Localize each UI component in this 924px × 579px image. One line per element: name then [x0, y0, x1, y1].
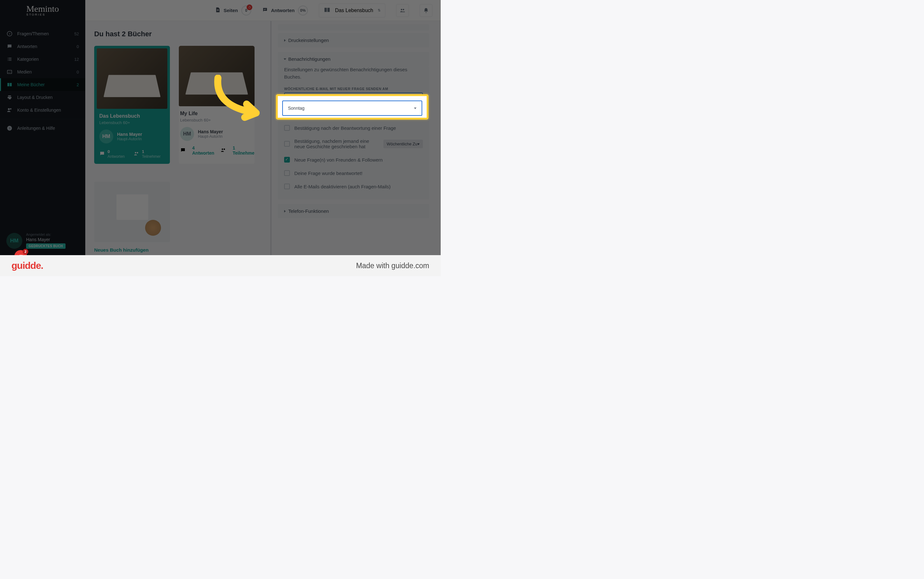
- nav-label: Kategorien: [17, 57, 39, 62]
- notifications-desc: Einstellungen zu gewünschten Benachricht…: [284, 66, 423, 80]
- panel-print-settings[interactable]: Druckeinstellungen: [278, 33, 429, 47]
- topbar-pages[interactable]: Seiten 0: [215, 5, 251, 16]
- notifications-body: Einstellungen zu gewünschten Benachricht…: [278, 66, 429, 200]
- checkbox[interactable]: [284, 170, 290, 176]
- nav-separator: [0, 119, 85, 119]
- user-pill: GEDRUCKTES BUCH: [26, 244, 65, 249]
- nav-item-questions[interactable]: ? Fragen/Themen 52: [0, 27, 85, 40]
- check-label: Deine Frage wurde beantwortet!: [294, 170, 362, 176]
- answers-pct: 0%: [298, 5, 308, 16]
- logged-in-label: Angemeldet als:: [26, 232, 65, 236]
- nav-badge: 12: [74, 57, 79, 62]
- book-label: Das Lebensbuch: [335, 8, 373, 13]
- image-icon: [7, 69, 13, 75]
- check-disable-all[interactable]: Alle E-Mails deaktivieren (auch Fragen-M…: [284, 180, 423, 193]
- book-title: Das Lebensbuch: [99, 113, 165, 119]
- nav-label: Anleitungen & Hilfe: [17, 126, 55, 131]
- author-name: Hans Mayer: [117, 132, 142, 137]
- page-icon: [215, 7, 221, 14]
- check-new-questions[interactable]: Neue Frage(n) von Freunden & Followern: [284, 153, 423, 166]
- new-book-link[interactable]: Neues Buch hinzufügen: [94, 247, 170, 253]
- answers-num: 0: [108, 149, 125, 154]
- svg-text:?: ?: [8, 32, 10, 36]
- nav-item-media[interactable]: Medien 0: [0, 65, 85, 78]
- chat-icon: [99, 151, 105, 157]
- svg-rect-7: [217, 10, 219, 11]
- participants-link[interactable]: 1 Teilnehmer: [232, 146, 255, 155]
- check-label: Bestätigung, nachdem jemand eine neue Ge…: [294, 138, 377, 149]
- part-num: 1: [142, 149, 161, 154]
- list-icon: [7, 56, 13, 62]
- panel-label: Telefon-Funktionen: [288, 208, 329, 214]
- nav-badge: 0: [77, 44, 79, 49]
- logo-text: Meminto: [26, 5, 59, 13]
- page-heading: Du hast 2 Bücher: [94, 30, 255, 38]
- question-icon: ?: [7, 125, 13, 131]
- gear-icon: [7, 107, 13, 113]
- frequency-button[interactable]: Wöchentliche Zu▾: [383, 140, 423, 148]
- select-value: Sonntag: [288, 106, 304, 111]
- nav-label: Medien: [17, 69, 32, 74]
- people-button[interactable]: [396, 4, 409, 17]
- checkbox[interactable]: [284, 183, 290, 189]
- nav-label: Antworten: [17, 44, 37, 49]
- book-cover-image: [97, 48, 167, 109]
- svg-rect-8: [264, 9, 266, 9]
- nav-badge: 2: [77, 82, 79, 87]
- caret-right-icon: [284, 210, 286, 213]
- answers-label: Antworten: [271, 8, 294, 13]
- book-icon: [7, 82, 13, 88]
- topbar-answers[interactable]: Antworten 0%: [262, 5, 308, 16]
- nav-item-my-books[interactable]: Meine Bücher 2: [0, 78, 85, 91]
- weekly-day-select-highlighted[interactable]: Sonntag: [282, 101, 422, 116]
- panel-row-truncated: [278, 24, 429, 31]
- svg-rect-6: [217, 10, 219, 10]
- user-block: HM Angemeldet als: Hans Mayer GEDRUCKTES…: [0, 227, 85, 254]
- svg-text:?: ?: [8, 127, 10, 130]
- check-question-answered[interactable]: Deine Frage wurde beantwortet!: [284, 166, 423, 180]
- checkbox-checked[interactable]: [284, 157, 290, 163]
- user-name: Hans Mayer: [26, 237, 65, 242]
- nav-item-help[interactable]: ? Anleitungen & Hilfe: [0, 122, 85, 134]
- nav-item-account-settings[interactable]: Konto & Einstellungen: [0, 104, 85, 116]
- topbar-book-select[interactable]: Das Lebensbuch ⇅: [319, 3, 385, 18]
- new-book-card[interactable]: Neues Buch hinzufügen: [94, 182, 170, 253]
- footer: guidde. Made with guidde.com: [0, 255, 441, 276]
- chat-icon: [180, 147, 186, 154]
- check-confirm-story[interactable]: Bestätigung, nachdem jemand eine neue Ge…: [284, 134, 423, 153]
- nav-item-layout-print[interactable]: Layout & Drucken: [0, 91, 85, 104]
- people-icon: [134, 151, 139, 157]
- people-icon: [221, 147, 226, 154]
- sync-icon: [247, 5, 252, 10]
- nav-item-answers[interactable]: Antworten 0: [0, 40, 85, 53]
- checkbox[interactable]: [284, 125, 290, 131]
- author-role: Haupt-Autor/in: [198, 134, 223, 139]
- book-subtitle: Lebensbuch 60+: [99, 120, 165, 125]
- chevron-updown-icon: ⇅: [378, 8, 381, 12]
- checkbox[interactable]: [284, 141, 290, 147]
- answers-label: Antworten: [108, 154, 125, 159]
- sidebar: Meminto STORIES ? Fragen/Themen 52 Antwo…: [0, 0, 85, 276]
- check-confirm-answer[interactable]: Bestätigung nach der Beantwortung einer …: [284, 121, 423, 134]
- settings-panel: Druckeinstellungen Benachrichtigungen Ei…: [270, 21, 434, 276]
- answers-link[interactable]: 4 Antworten: [192, 146, 214, 155]
- author-avatar: HM: [180, 127, 194, 141]
- tutorial-arrow: [208, 75, 272, 127]
- nav-item-categories[interactable]: Kategorien 12: [0, 53, 85, 65]
- caret-right-icon: [284, 39, 286, 42]
- book-icon: [324, 7, 330, 15]
- check-label: Alle E-Mails deaktivieren (auch Fragen-M…: [294, 184, 391, 189]
- panel-phone-functions[interactable]: Telefon-Funktionen: [278, 204, 429, 218]
- panel-notifications[interactable]: Benachrichtigungen: [278, 52, 429, 66]
- nav-label: Meine Bücher: [17, 82, 44, 87]
- bell-button[interactable]: [420, 4, 432, 17]
- check-label: Bestätigung nach der Beantwortung einer …: [294, 125, 396, 131]
- pages-label: Seiten: [224, 8, 238, 13]
- chevron-down-icon: [414, 108, 417, 109]
- nav-badge: 52: [74, 31, 79, 36]
- author-name: Hans Mayer: [198, 129, 223, 134]
- chat-icon: [262, 7, 268, 14]
- pages-count: 0: [241, 5, 251, 16]
- help-icon: ?: [7, 31, 13, 37]
- book-card-featured[interactable]: Das Lebensbuch Lebensbuch 60+ HM Hans Ma…: [94, 46, 170, 164]
